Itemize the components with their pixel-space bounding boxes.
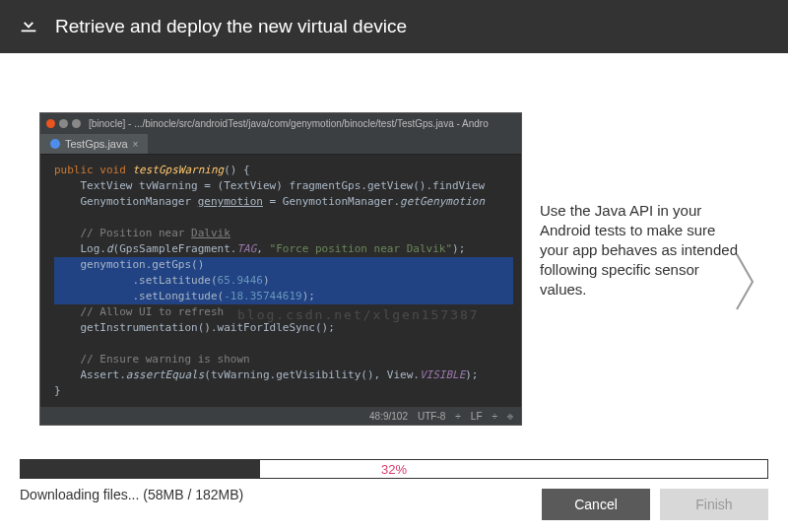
cursor-position: 48:9/102 <box>369 411 408 422</box>
progress-section: 32% <box>0 459 788 479</box>
content-area: [binocle] - .../binocle/src/androidTest/… <box>0 53 788 445</box>
code-line-selected: genymotion.getGps() <box>54 257 513 273</box>
next-slide-arrow[interactable] <box>731 250 758 317</box>
button-row: Cancel Finish <box>542 489 768 520</box>
header-bar: Retrieve and deploy the new virtual devi… <box>0 0 788 53</box>
code-line-selected: .setLongitude(-18.35744619); <box>54 289 513 304</box>
code-line: // Ensure warning is shown <box>54 352 513 367</box>
line-ending-label: LF <box>471 411 483 422</box>
code-line: public void testGpsWarning() { <box>54 163 513 178</box>
code-line-selected: .setLatitude(65.9446) <box>54 273 513 289</box>
code-line <box>54 210 513 226</box>
tab-testgps[interactable]: TestGps.java × <box>40 134 148 154</box>
window-controls <box>46 119 81 128</box>
lock-icon: ⎆ <box>507 411 513 422</box>
code-line: } <box>54 383 513 399</box>
ide-statusbar: 48:9/102 UTF-8 ÷ LF ÷ ⎆ <box>40 407 521 425</box>
progress-percent-label: 32% <box>21 460 767 480</box>
close-dot-icon <box>46 119 55 128</box>
ide-window-title: [binocle] - .../binocle/src/androidTest/… <box>89 118 489 129</box>
encoding-label: UTF-8 <box>418 411 445 422</box>
code-line <box>54 336 513 352</box>
finish-button: Finish <box>660 489 768 520</box>
code-line: // Allow UI to refresh <box>54 304 513 320</box>
slide-description: Use the Java API in your Android tests t… <box>522 112 749 426</box>
code-line: Assert.assertEquals(tvWarning.getVisibil… <box>54 367 513 383</box>
ide-titlebar: [binocle] - .../binocle/src/androidTest/… <box>40 113 521 133</box>
tab-label: TestGps.java <box>65 138 128 150</box>
cancel-button[interactable]: Cancel <box>542 489 650 520</box>
progress-bar: 32% <box>20 459 768 479</box>
tab-close-icon[interactable]: × <box>133 139 139 150</box>
code-line: // Position near Dalvik <box>54 226 513 241</box>
max-dot-icon <box>72 119 81 128</box>
ide-tabbar: TestGps.java × <box>40 133 521 155</box>
code-editor: public void testGpsWarning() { TextView … <box>40 155 521 407</box>
download-icon <box>18 14 39 39</box>
ide-screenshot: [binocle] - .../binocle/src/androidTest/… <box>39 112 522 426</box>
java-file-icon <box>50 139 60 149</box>
code-line: GenymotionManager genymotion = Genymotio… <box>54 194 513 210</box>
header-title: Retrieve and deploy the new virtual devi… <box>55 16 407 37</box>
code-line: getInstrumentation().waitForIdleSync(); <box>54 320 513 336</box>
min-dot-icon <box>59 119 68 128</box>
code-line: Log.d(GpsSampleFragment.TAG, "Force posi… <box>54 241 513 257</box>
code-line: TextView tvWarning = (TextView) fragment… <box>54 178 513 194</box>
